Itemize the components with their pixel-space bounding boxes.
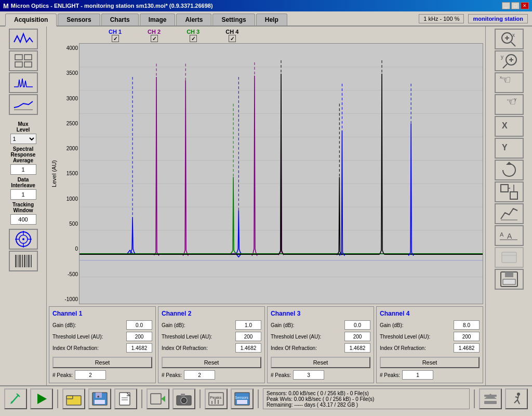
scale-button[interactable]	[495, 181, 524, 202]
save-button[interactable]: ★	[88, 388, 111, 409]
ch3-checkbox[interactable]: ✓	[190, 35, 197, 42]
grid-button[interactable]	[9, 50, 38, 71]
target-button[interactable]	[9, 229, 38, 250]
trend-button[interactable]	[9, 94, 38, 115]
reset-x-button[interactable]: X	[495, 116, 524, 137]
ch2-threshold-label: Threshold Level (AU):	[162, 334, 212, 340]
ch1-ior-row: Index Of Refraction:	[52, 343, 152, 353]
ch2-gain-input[interactable]	[235, 320, 261, 330]
svg-rect-12	[15, 255, 17, 267]
separator-3	[200, 389, 201, 408]
ch2-gain-label: Gain (dB):	[162, 322, 185, 328]
zoom-out-button[interactable]: A A	[495, 225, 524, 246]
maximize-button[interactable]: □	[511, 2, 520, 9]
tab-settings[interactable]: Settings	[212, 14, 255, 25]
ch1-peaks-input[interactable]	[75, 370, 106, 380]
ch3-peaks-input[interactable]	[293, 370, 324, 380]
ch3-threshold-input[interactable]	[344, 332, 370, 341]
tab-charts[interactable]: Charts	[101, 14, 139, 25]
chart-tool-button[interactable]	[495, 203, 524, 224]
ch3-reset-button[interactable]: Reset	[271, 357, 370, 368]
ch4-header: CH 4 ✓	[225, 29, 238, 42]
zoom-in-x-button[interactable]: x	[495, 29, 524, 49]
walk-button[interactable]	[505, 388, 528, 409]
separator-2	[141, 389, 142, 408]
ch4-gain-input[interactable]	[454, 320, 480, 330]
svg-rect-71	[505, 272, 513, 277]
tab-sensors[interactable]: Sensors	[58, 14, 100, 25]
ch1-ior-input[interactable]	[126, 343, 152, 353]
ch4-threshold-input[interactable]	[454, 332, 480, 341]
svg-text:Peaks: Peaks	[210, 395, 221, 400]
channel-headers: CH 1 ✓ CH 2 ✓ CH 3 ✓ CH 4 ✓	[49, 29, 483, 42]
ch1-threshold-input[interactable]	[126, 332, 152, 341]
svg-rect-72	[503, 279, 515, 284]
spectral-response-input[interactable]	[10, 164, 36, 175]
ch3-gain-input[interactable]	[344, 320, 370, 330]
ch4-ior-label: Index Of Refraction:	[380, 345, 426, 351]
reset-y-button[interactable]: Y	[495, 138, 524, 159]
pan-x-button[interactable]: ☜ x	[495, 72, 524, 93]
svg-rect-60	[501, 185, 508, 192]
svg-line-51	[503, 64, 507, 68]
ch2-ior-input[interactable]	[235, 343, 261, 353]
tab-help[interactable]: Help	[256, 14, 287, 25]
sensors-save-button[interactable]: Sensors	[231, 388, 254, 409]
ch1-checkbox[interactable]: ✓	[112, 35, 119, 42]
minimize-button[interactable]: _	[502, 2, 510, 9]
ch2-reset-button[interactable]: Reset	[162, 357, 261, 368]
svg-rect-78	[66, 396, 73, 399]
eject-button[interactable]	[479, 388, 502, 409]
peaks-save-button[interactable]: Peaks	[205, 388, 228, 409]
ch2-gain-row: Gain (dB):	[162, 320, 261, 330]
chart-area[interactable]	[79, 43, 483, 304]
ch1-header: CH 1 ✓	[109, 29, 122, 42]
folder-open-button[interactable]	[62, 388, 85, 409]
svg-rect-17	[26, 255, 28, 267]
ch4-reset-button[interactable]: Reset	[380, 357, 480, 368]
rate-button[interactable]: 1 kHz - 100 %	[419, 14, 464, 23]
pan-y-button[interactable]: ☜ y	[495, 94, 524, 115]
svg-point-7	[22, 238, 24, 240]
svg-rect-2	[15, 62, 22, 67]
ch4-checkbox[interactable]: ✓	[229, 35, 236, 42]
ch2-checkbox[interactable]: ✓	[151, 35, 158, 42]
data-interleave-input[interactable]	[10, 189, 36, 200]
ch1-label: CH 1	[109, 29, 122, 35]
svg-marker-76	[37, 394, 47, 404]
ch2-peaks-input[interactable]	[184, 370, 215, 380]
mux-level-select[interactable]: 1234	[10, 134, 36, 144]
ch4-gain-row: Gain (dB):	[380, 320, 480, 330]
play-button[interactable]	[30, 388, 53, 409]
ch2-threshold-input[interactable]	[235, 332, 261, 341]
ch4-gain-label: Gain (dB):	[380, 322, 404, 328]
ch4-peaks-input[interactable]	[402, 370, 433, 380]
spectrum-button[interactable]	[9, 72, 38, 93]
ch3-label: CH 3	[187, 29, 200, 35]
rotate-button[interactable]	[495, 160, 524, 180]
channel-panel-3: Channel 3 Gain (dB): Threshold Level (AU…	[267, 306, 374, 383]
tracking-window-input[interactable]	[10, 214, 36, 225]
tab-alerts[interactable]: Alerts	[176, 14, 211, 25]
camera-button[interactable]	[172, 388, 195, 409]
barcode-button[interactable]	[9, 251, 38, 271]
ch1-gain-input[interactable]	[126, 320, 152, 330]
tab-image[interactable]: Image	[140, 14, 176, 25]
ch3-ior-input[interactable]	[344, 343, 370, 353]
pencil-tool-button[interactable]	[4, 388, 27, 409]
center-area: CH 1 ✓ CH 2 ✓ CH 3 ✓ CH 4 ✓	[47, 27, 485, 385]
waveform-button[interactable]	[9, 29, 38, 49]
channel-panel-1: Channel 1 Gain (dB): Threshold Level (AU…	[49, 306, 156, 383]
record-button[interactable]	[147, 388, 169, 409]
ch3-ior-label: Index Of Refraction:	[271, 345, 317, 351]
svg-point-90	[182, 399, 185, 402]
new-file-button[interactable]	[114, 388, 137, 409]
svg-text:x: x	[500, 75, 502, 80]
ch4-ior-input[interactable]	[454, 343, 480, 353]
save-chart-button[interactable]	[495, 269, 524, 290]
tab-acquisition[interactable]: Acquisition	[5, 14, 57, 27]
ch1-reset-button[interactable]: Reset	[52, 357, 152, 368]
zoom-in-y-button[interactable]: y	[495, 50, 524, 71]
ch3-ior-row: Index Of Refraction:	[271, 343, 370, 353]
close-button[interactable]: ✕	[521, 2, 529, 9]
